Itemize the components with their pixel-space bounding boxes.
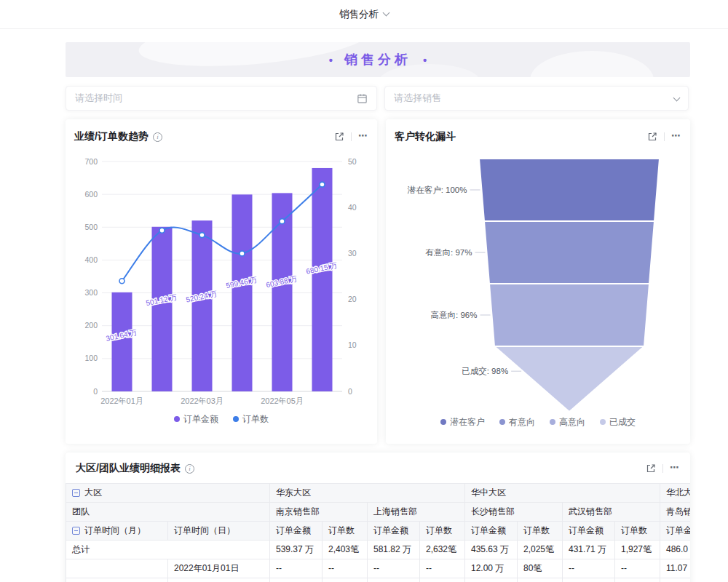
time-filter-placeholder: 请选择时间 (75, 92, 122, 105)
legend-item[interactable]: 订单金额 (174, 413, 218, 426)
table-cell: -- (420, 559, 465, 578)
time-filter-input[interactable]: 请选择时间 (66, 86, 377, 111)
export-icon[interactable] (647, 132, 657, 142)
table-cell: 90笔 (518, 578, 563, 582)
charts-row: 业绩/订单数趋势 i ⋯ 010020030040050060070001020… (66, 119, 690, 444)
column-header: 订单金额 (270, 522, 323, 541)
line-point[interactable] (159, 228, 165, 233)
axis-tick: 600 (84, 190, 98, 199)
table-row: 2022年01月02日--------23.05 万90笔---- (66, 578, 691, 582)
export-icon[interactable] (646, 463, 656, 474)
x-axis-label: 2022年03月 (181, 396, 223, 405)
chevron-down-icon (673, 94, 681, 101)
table-cell: 2,025笔 (518, 541, 563, 559)
collapse-icon[interactable] (72, 489, 80, 497)
chevron-down-icon[interactable] (383, 9, 390, 17)
table-cell: 581.82 万 (368, 541, 420, 559)
table-cell: -- (615, 578, 660, 582)
topbar: 销售分析 (0, 0, 728, 29)
column-header: 华东大区 (270, 484, 465, 503)
column-header: 大区 (66, 484, 270, 503)
funnel-card-header: 客户转化漏斗 ⋯ (395, 128, 681, 146)
sales-filter-select[interactable]: 请选择销售 (384, 86, 689, 111)
banner-dot-right: • (423, 54, 427, 66)
x-axis-label: 2022年01月 (100, 396, 143, 405)
column-header: 华北大区 (660, 484, 691, 503)
table-cell: 2022年01月02日 (168, 578, 270, 582)
table-cell: 12.00 万 (465, 559, 518, 578)
page-content: • 销售分析 • 请选择时间 请选择销售 业绩/订单数趋势 i (66, 42, 690, 582)
table-cell: 1,927笔 (615, 541, 660, 559)
legend-dot-icon (233, 416, 239, 422)
banner-decoration (530, 51, 654, 77)
funnel-chart: 潜在客户: 100%有意向: 97%高意向: 96%已成交: 98% (395, 150, 681, 415)
banner-decoration (137, 42, 373, 74)
legend-label: 已成交 (609, 416, 636, 428)
table-cell: 总计 (66, 541, 270, 559)
report-card-header: 大区/团队业绩明细报表 i ⋯ (66, 453, 690, 483)
info-icon[interactable]: i (185, 464, 194, 474)
legend-item[interactable]: 潜在客户 (440, 416, 485, 428)
table-cell: -- (323, 578, 368, 582)
axis-tick: 400 (84, 255, 98, 264)
card-actions: ⋯ (647, 132, 681, 142)
table-row: 总计539.37 万2,403笔581.82 万2,632笔435.63 万2,… (66, 541, 691, 559)
card-actions: ⋯ (646, 463, 680, 474)
bar[interactable] (152, 227, 173, 391)
bar[interactable] (112, 292, 132, 391)
more-icon[interactable]: ⋯ (358, 130, 368, 141)
line-point[interactable] (119, 279, 124, 284)
line-point[interactable] (280, 219, 285, 224)
funnel-segment[interactable] (479, 159, 660, 221)
legend-item[interactable]: 有意向 (499, 416, 535, 428)
line-point[interactable] (199, 233, 205, 238)
axis-tick: 700 (84, 157, 98, 166)
column-header: 订单数 (518, 522, 563, 541)
bar[interactable] (232, 194, 253, 391)
measure-header-row: 订单时间（月）订单时间（日）订单金额订单数订单金额订单数订单金额订单数订单金额订… (66, 522, 691, 541)
table-cell (66, 559, 168, 578)
axis-tick: 500 (84, 223, 98, 231)
axis-tick: 30 (348, 249, 357, 258)
legend-dot-icon (550, 419, 555, 425)
funnel-segment[interactable] (484, 221, 654, 284)
legend-label: 有意向 (509, 416, 535, 428)
legend-label: 高意向 (559, 416, 585, 428)
legend-item[interactable]: 订单数 (233, 413, 269, 426)
info-icon[interactable]: i (153, 132, 162, 142)
table-cell: -- (563, 559, 615, 578)
axis-tick: 0 (93, 387, 98, 396)
funnel-label: 已成交: 98% (462, 367, 508, 375)
more-icon[interactable]: ⋯ (670, 462, 680, 473)
funnel-segment[interactable] (489, 284, 649, 346)
axis-tick: 50 (348, 157, 357, 166)
legend-item[interactable]: 高意向 (550, 416, 585, 428)
funnel-label: 有意向: 97% (426, 248, 472, 257)
funnel-segment[interactable] (494, 346, 644, 412)
export-icon[interactable] (334, 132, 344, 142)
funnel-label: 潜在客户: 100% (407, 186, 467, 194)
bar[interactable] (192, 220, 213, 391)
table-cell (660, 578, 691, 582)
collapse-icon[interactable] (72, 527, 80, 535)
divider (662, 464, 663, 473)
trend-chart-title: 业绩/订单数趋势 (74, 130, 149, 143)
region-header-row: 大区华东大区华中大区华北大区 (66, 484, 691, 503)
table-cell: 2,632笔 (420, 541, 465, 559)
report-title: 大区/团队业绩明细报表 (76, 462, 181, 475)
line-point[interactable] (240, 251, 245, 256)
legend-dot-icon (174, 416, 180, 422)
table-row: 2022年01月01日--------12.00 万80笔----11.07 (66, 559, 691, 578)
more-icon[interactable]: ⋯ (671, 130, 681, 141)
column-header: 订单金额 (368, 522, 420, 541)
column-header: 上海销售部 (368, 503, 465, 522)
legend-item[interactable]: 已成交 (600, 416, 636, 428)
line-point[interactable] (320, 182, 325, 187)
card-actions: ⋯ (334, 132, 368, 142)
page-title: 销售分析 (339, 8, 379, 21)
table-cell: 431.71 万 (563, 541, 615, 559)
bar[interactable] (312, 168, 333, 391)
column-header: 长沙销售部 (465, 503, 563, 522)
axis-tick: 200 (84, 321, 98, 330)
column-header: 南京销售部 (270, 503, 368, 522)
